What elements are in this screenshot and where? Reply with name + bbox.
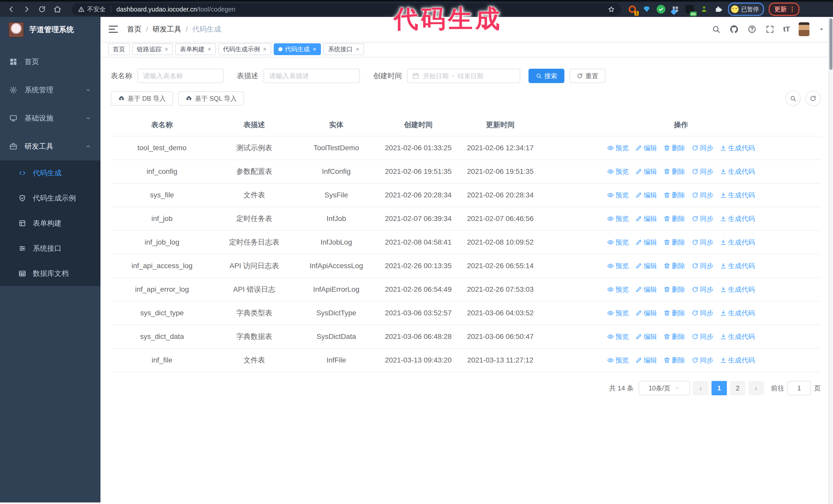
- breadcrumb-devtools[interactable]: 研发工具: [152, 24, 181, 34]
- op-sync-button[interactable]: 同步: [692, 308, 713, 318]
- github-link[interactable]: [730, 25, 739, 34]
- kebab-menu-icon[interactable]: [789, 6, 796, 13]
- op-generate-button[interactable]: 生成代码: [720, 237, 755, 247]
- op-generate-button[interactable]: 生成代码: [720, 285, 755, 294]
- op-sync-button[interactable]: 同步: [692, 167, 713, 176]
- sidebar-item-system[interactable]: 系统管理: [0, 76, 100, 104]
- op-edit-button[interactable]: 编辑: [635, 237, 657, 247]
- page-size-select[interactable]: 10条/页: [639, 381, 690, 395]
- op-generate-button[interactable]: 生成代码: [720, 308, 755, 318]
- op-delete-button[interactable]: 删除: [664, 355, 685, 365]
- op-generate-button[interactable]: 生成代码: [720, 143, 755, 153]
- op-delete-button[interactable]: 删除: [664, 285, 685, 294]
- op-delete-button[interactable]: 删除: [664, 167, 685, 176]
- table-desc-input[interactable]: [263, 69, 360, 83]
- font-size-button[interactable]: tT: [783, 25, 790, 33]
- prev-page-button[interactable]: ‹: [693, 381, 709, 395]
- op-edit-button[interactable]: 编辑: [635, 190, 657, 200]
- sidebar-toggle-button[interactable]: [109, 26, 118, 33]
- tab-代码生成[interactable]: 代码生成×: [274, 43, 321, 55]
- browser-profile-badge[interactable]: 已暂停: [728, 3, 764, 16]
- op-delete-button[interactable]: 删除: [664, 308, 685, 318]
- tab-代码生成示例[interactable]: 代码生成示例×: [218, 43, 271, 55]
- tab-链路追踪[interactable]: 链路追踪×: [132, 43, 173, 55]
- page-button-1[interactable]: 1: [712, 381, 727, 395]
- op-generate-button[interactable]: 生成代码: [720, 355, 755, 365]
- extension-icon-check[interactable]: [656, 4, 666, 14]
- op-delete-button[interactable]: 删除: [664, 143, 685, 153]
- extension-icon-dark[interactable]: on: [685, 4, 695, 14]
- sidebar-item-devtools[interactable]: 研发工具: [0, 132, 100, 161]
- sidebar-item-form-builder[interactable]: 表单构建: [0, 211, 100, 236]
- op-edit-button[interactable]: 编辑: [635, 285, 657, 294]
- close-icon[interactable]: ×: [208, 46, 211, 52]
- op-preview-button[interactable]: 预览: [607, 285, 629, 294]
- help-button[interactable]: [747, 25, 757, 34]
- tab-系统接口[interactable]: 系统接口×: [324, 43, 364, 55]
- op-generate-button[interactable]: 生成代码: [720, 332, 755, 341]
- close-icon[interactable]: ×: [313, 46, 316, 52]
- avatar-caret-icon[interactable]: [818, 26, 825, 32]
- op-sync-button[interactable]: 同步: [692, 214, 713, 223]
- next-page-button[interactable]: ›: [748, 381, 764, 395]
- op-preview-button[interactable]: 预览: [607, 308, 629, 318]
- extension-icon-person[interactable]: [699, 4, 709, 14]
- op-preview-button[interactable]: 预览: [607, 261, 629, 271]
- extension-icon-grid[interactable]: [670, 4, 680, 14]
- app-logo-row[interactable]: 芋道管理系统: [0, 17, 100, 43]
- sidebar-item-infra[interactable]: 基础设施: [0, 104, 100, 132]
- sidebar-item-db-doc[interactable]: 数据库文档: [0, 261, 100, 286]
- tab-表单构建[interactable]: 表单构建×: [175, 43, 216, 55]
- browser-home-button[interactable]: [51, 3, 64, 16]
- op-preview-button[interactable]: 预览: [607, 332, 629, 341]
- op-preview-button[interactable]: 预览: [607, 190, 629, 200]
- page-button-2[interactable]: 2: [730, 381, 745, 395]
- op-generate-button[interactable]: 生成代码: [720, 190, 755, 200]
- op-sync-button[interactable]: 同步: [692, 143, 713, 153]
- sql-import-button[interactable]: 基于 SQL 导入: [178, 91, 244, 105]
- op-preview-button[interactable]: 预览: [607, 143, 629, 153]
- op-delete-button[interactable]: 删除: [664, 332, 685, 341]
- sidebar-item-codegen[interactable]: 代码生成: [0, 161, 100, 186]
- user-avatar[interactable]: [799, 22, 809, 36]
- op-edit-button[interactable]: 编辑: [635, 214, 657, 223]
- refresh-table-button[interactable]: [805, 91, 821, 106]
- sidebar-item-home[interactable]: 首页: [0, 48, 100, 76]
- op-preview-button[interactable]: 预览: [607, 355, 629, 365]
- op-edit-button[interactable]: 编辑: [635, 332, 657, 341]
- bookmark-star-icon[interactable]: [608, 5, 615, 13]
- op-edit-button[interactable]: 编辑: [635, 167, 657, 176]
- op-generate-button[interactable]: 生成代码: [720, 167, 755, 176]
- op-delete-button[interactable]: 删除: [664, 261, 685, 271]
- create-time-range-picker[interactable]: 开始日期 - 结束日期: [407, 69, 520, 83]
- op-sync-button[interactable]: 同步: [692, 332, 713, 341]
- extension-icon-gem[interactable]: [642, 4, 651, 14]
- toggle-search-button[interactable]: [785, 91, 801, 106]
- op-edit-button[interactable]: 编辑: [635, 261, 657, 271]
- op-generate-button[interactable]: 生成代码: [720, 214, 755, 223]
- op-delete-button[interactable]: 删除: [664, 214, 685, 223]
- op-delete-button[interactable]: 删除: [664, 190, 685, 200]
- table-name-input[interactable]: [137, 69, 223, 83]
- op-sync-button[interactable]: 同步: [692, 261, 713, 271]
- fullscreen-button[interactable]: [765, 25, 775, 34]
- op-edit-button[interactable]: 编辑: [635, 308, 657, 318]
- extension-icon-orange[interactable]: 1: [627, 4, 637, 14]
- browser-reload-button[interactable]: [36, 3, 48, 16]
- header-search-button[interactable]: [712, 25, 721, 34]
- breadcrumb-home[interactable]: 首页: [127, 24, 142, 34]
- op-sync-button[interactable]: 同步: [692, 190, 713, 200]
- extensions-puzzle-icon[interactable]: [714, 4, 723, 14]
- op-preview-button[interactable]: 预览: [607, 167, 629, 176]
- close-icon[interactable]: ×: [263, 46, 266, 52]
- sidebar-item-system-api[interactable]: 系统接口: [0, 236, 100, 261]
- op-sync-button[interactable]: 同步: [692, 237, 713, 247]
- browser-forward-button[interactable]: [21, 3, 33, 16]
- sidebar-item-codegen-example[interactable]: 代码生成示例: [0, 186, 100, 211]
- op-preview-button[interactable]: 预览: [607, 237, 629, 247]
- browser-update-button[interactable]: 更新: [769, 3, 800, 16]
- search-button[interactable]: 搜索: [528, 69, 564, 83]
- tab-首页[interactable]: 首页: [108, 43, 130, 55]
- goto-page-input[interactable]: [787, 381, 811, 395]
- op-edit-button[interactable]: 编辑: [635, 143, 657, 153]
